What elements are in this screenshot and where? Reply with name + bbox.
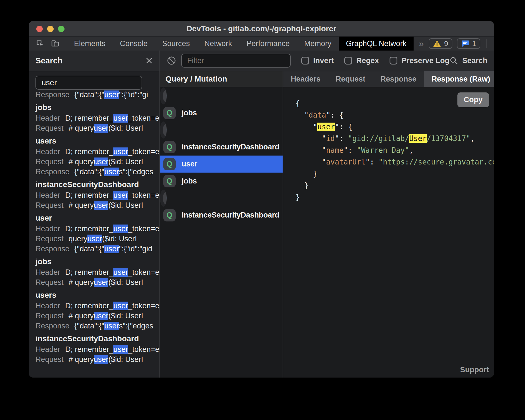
invert-checkbox[interactable] xyxy=(301,57,309,65)
result-line-label: Header xyxy=(35,191,60,200)
tab-response[interactable]: Response xyxy=(373,71,424,87)
query-item-jobs[interactable]: Qjobs xyxy=(160,104,283,121)
detail-panel: HeadersRequestResponse Response (Raw) Co… xyxy=(283,71,494,378)
zoom-window-button[interactable] xyxy=(58,26,65,32)
search-result-line[interactable]: Request# query user ($id: UserI xyxy=(35,354,159,364)
support-link[interactable]: Support xyxy=(460,366,489,374)
query-item-instancesecuritydashboard[interactable]: QinstanceSecurityDashboard xyxy=(160,207,283,224)
query-item-users[interactable]: Qusers xyxy=(160,121,167,139)
search-result-line[interactable]: HeaderD; remember_user_token=e xyxy=(35,301,159,311)
search-panel-close-icon[interactable] xyxy=(145,57,153,64)
filter-bar: InvertRegexPreserve Log Search xyxy=(160,51,494,71)
more-tabs-icon[interactable]: » xyxy=(414,37,429,51)
json-line: "avatarUrl": "https://secure.gravatar.co… xyxy=(295,156,494,168)
query-type-icon: Q xyxy=(163,141,176,153)
search-result-line[interactable]: HeaderD; remember_user_token=e xyxy=(35,267,159,277)
search-result-line[interactable]: HeaderD; remember_user_token=e xyxy=(35,113,159,123)
warning-count: 9 xyxy=(444,39,448,48)
close-window-button[interactable] xyxy=(36,26,43,32)
json-line: } xyxy=(295,168,494,180)
result-line-label: Response xyxy=(35,245,70,253)
search-result-line[interactable]: Response{"data":{"user":{"id":"gi xyxy=(35,90,159,100)
regex-label: Regex xyxy=(356,56,379,65)
search-result-line[interactable]: Request# query user ($id: UserI xyxy=(35,123,159,133)
device-toolbar-icon[interactable] xyxy=(51,39,60,48)
search-result-line[interactable]: HeaderD; remember_user_token=e xyxy=(35,190,159,200)
query-list-panel: Query / Mutation QuserQjobsQusersQinstan… xyxy=(160,71,283,378)
result-line-label: Header xyxy=(35,225,60,233)
search-results-list: Response{"data":{"user":{"id":"gijobsHea… xyxy=(29,90,159,378)
query-type-icon: Q xyxy=(163,209,176,221)
tab-graphql-network[interactable]: GraphQL Network xyxy=(339,37,414,51)
query-item-user[interactable]: Quser xyxy=(160,156,283,173)
search-result-line[interactable]: Request# query user ($id: UserI xyxy=(35,311,159,321)
json-line: } xyxy=(295,191,494,203)
tab-memory[interactable]: Memory xyxy=(297,37,339,51)
query-item-label: user xyxy=(182,160,197,168)
regex-option: Regex xyxy=(344,56,379,65)
inspect-element-icon[interactable] xyxy=(35,39,44,48)
copy-button[interactable]: Copy xyxy=(457,92,489,107)
issues-count: 1 xyxy=(472,39,476,48)
query-type-icon: Q xyxy=(163,107,176,119)
regex-checkbox[interactable] xyxy=(344,57,352,65)
search-result-line[interactable]: HeaderD; remember_user_token=e xyxy=(35,344,159,354)
result-line-label: Response xyxy=(35,90,70,99)
result-group-title: user xyxy=(35,213,159,224)
tab-response-raw[interactable]: Response (Raw) xyxy=(424,71,494,87)
preserve-log-label: Preserve Log xyxy=(402,56,449,65)
settings-gear-icon[interactable]: ⚙ xyxy=(493,39,494,49)
warnings-badge[interactable]: 9 xyxy=(429,38,452,49)
result-line-label: Response xyxy=(35,322,70,330)
result-group-title: jobs xyxy=(35,102,159,113)
detail-tabs: HeadersRequestResponse Response (Raw) xyxy=(283,71,494,87)
search-result-line[interactable]: HeaderD; remember_user_token=e xyxy=(35,224,159,234)
tab-performance[interactable]: Performance xyxy=(239,37,297,51)
search-result-line[interactable]: Request# query user ($id: UserI xyxy=(35,277,159,287)
query-item-users[interactable]: Qusers xyxy=(160,190,167,207)
json-line: "data": { xyxy=(295,109,494,121)
tab-headers[interactable]: Headers xyxy=(283,71,328,87)
query-item-instancesecuritydashboard[interactable]: QinstanceSecurityDashboard xyxy=(160,139,283,156)
search-result-line[interactable]: Request# query user ($id: UserI xyxy=(35,200,159,210)
tab-request[interactable]: Request xyxy=(328,71,373,87)
search-input[interactable] xyxy=(35,76,142,90)
query-item-label: instanceSecurityDashboard xyxy=(182,211,280,219)
search-result-line[interactable]: Request# query user ($id: UserI xyxy=(35,157,159,167)
result-group-title: users xyxy=(35,135,159,147)
preserve-log-option: Preserve Log xyxy=(390,56,449,65)
filter-input[interactable] xyxy=(181,54,291,68)
warning-icon xyxy=(433,40,441,47)
json-line: "user": { xyxy=(295,121,494,133)
query-item-user[interactable]: Quser xyxy=(160,87,167,104)
window-title: DevTools - gitlab.com/-/graphql-explorer xyxy=(187,24,336,33)
preserve-log-checkbox[interactable] xyxy=(390,57,397,65)
invert-label: Invert xyxy=(313,56,334,65)
tab-sources[interactable]: Sources xyxy=(155,37,197,51)
search-result-line[interactable]: Requestquery user ($id: UserI xyxy=(35,234,159,244)
network-search-toggle[interactable]: Search xyxy=(449,56,487,65)
query-type-icon: Q xyxy=(163,175,176,187)
tab-elements[interactable]: Elements xyxy=(67,37,113,51)
json-line: "id": "gid://gitlab/User/13704317", xyxy=(295,133,494,144)
tab-console[interactable]: Console xyxy=(113,37,155,51)
search-result-line[interactable]: Response{"data":{"users":{"edges xyxy=(35,167,159,177)
titlebar: DevTools - gitlab.com/-/graphql-explorer xyxy=(29,21,494,37)
tab-network[interactable]: Network xyxy=(197,37,239,51)
search-panel-title: Search xyxy=(35,56,63,65)
result-line-label: Request xyxy=(35,235,64,243)
result-group-title: instanceSecurityDashboard xyxy=(35,333,159,344)
search-result-line[interactable]: Response{"data":{"users":{"edges xyxy=(35,321,159,331)
block-requests-icon[interactable] xyxy=(167,56,176,65)
message-bubble-icon xyxy=(461,40,469,47)
result-line-label: Header xyxy=(35,345,60,354)
search-result-line[interactable]: Response{"data":{"user":{"id":"gid xyxy=(35,244,159,254)
search-toggle-label: Search xyxy=(462,56,487,65)
magnifier-icon xyxy=(449,56,458,65)
minimize-window-button[interactable] xyxy=(47,26,54,32)
query-list-title: Query / Mutation xyxy=(160,71,283,87)
search-result-line[interactable]: HeaderD; remember_user_token=e xyxy=(35,147,159,157)
query-item-label: jobs xyxy=(182,177,197,185)
issues-badge[interactable]: 1 xyxy=(457,38,480,49)
query-item-jobs[interactable]: Qjobs xyxy=(160,173,283,190)
